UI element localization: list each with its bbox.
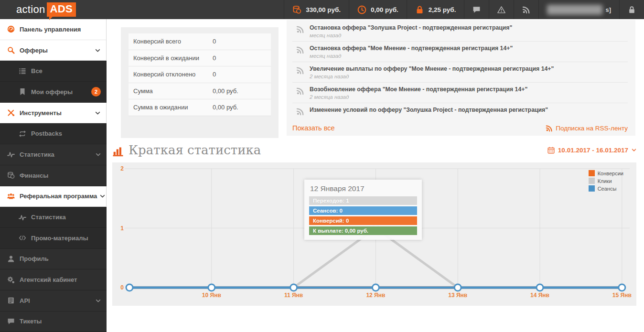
date-range-picker[interactable]: 10.01.2017 - 16.01.2017: [547, 147, 636, 154]
alerts-button[interactable]: [489, 0, 514, 19]
sidebar-item-label: Панель управления: [20, 26, 100, 33]
tooltip-row: Конверсий: 0: [309, 216, 417, 225]
balance-available[interactable]: 330,00 руб.: [284, 0, 349, 19]
sidebar-item[interactable]: Офферы: [0, 40, 107, 61]
legend-item[interactable]: Конверсии: [589, 170, 623, 176]
sidebar-item[interactable]: Агентский кабинет: [0, 269, 107, 290]
legend-swatch: [589, 170, 595, 176]
list-icon: [19, 67, 26, 75]
rss-icon: [296, 25, 304, 33]
sidebar-item-label: Статистика: [20, 151, 93, 158]
show-all-link[interactable]: Показать все: [292, 124, 335, 132]
feed-item-title: Увеличение выплаты по офферу "Мое Мнение…: [310, 65, 554, 72]
legend-swatch: [589, 185, 595, 192]
list-item[interactable]: Изменение условий по офферу "Золушка Pro…: [292, 103, 628, 118]
date-range-value: 10.01.2017 - 16.01.2017: [558, 147, 628, 154]
sidebar-item-label: Postbacks: [31, 130, 101, 137]
balance-hold-value: 2,25 руб.: [429, 6, 456, 13]
logout-button[interactable]: [619, 0, 644, 19]
sidebar-item[interactable]: Панель управления: [0, 19, 107, 40]
sidebar-item[interactable]: Статистика: [0, 207, 107, 228]
news-button[interactable]: [514, 0, 538, 19]
sidebar-item[interactable]: Postbacks: [0, 123, 107, 144]
sidebar-item-label: Все: [31, 67, 101, 75]
rss-subscribe-link[interactable]: Подписка на RSS-ленту: [546, 125, 628, 132]
sidebar-item[interactable]: Промо-материалы: [0, 228, 107, 249]
balance-pending-value: 0,00 руб.: [371, 6, 398, 13]
coins-icon: [292, 5, 301, 14]
repeat-icon: [19, 130, 26, 138]
row-value: 0: [213, 54, 266, 62]
legend-item[interactable]: Клики: [589, 178, 623, 184]
sidebar-item[interactable]: Реферальная программа: [0, 186, 107, 207]
balance-available-value: 330,00 руб.: [306, 6, 341, 13]
row-label: Конверсий всего: [133, 38, 213, 45]
person-icon: [7, 255, 15, 263]
balance-pending[interactable]: 0,00 руб.: [349, 0, 407, 19]
chevron-down-icon: [100, 193, 105, 199]
table-row: Конверсий всего0: [129, 33, 271, 50]
rss-icon: [296, 66, 304, 75]
legend-label: Клики: [598, 178, 612, 184]
table-row: Сумма0,00 руб.: [129, 83, 271, 100]
sidebar-item-label: Агентский кабинет: [20, 276, 101, 283]
lock-icon: [415, 5, 424, 14]
svg-text:0: 0: [120, 284, 124, 291]
section-title: Краткая статистика: [112, 143, 261, 157]
sidebar-item[interactable]: Финансы: [0, 165, 107, 186]
news-feed: Остановка оффера "Золушка Project - подт…: [287, 20, 635, 136]
sidebar-item[interactable]: Мои офферы2: [0, 82, 107, 103]
legend-item[interactable]: Сеансы: [589, 185, 623, 192]
people-icon: [7, 193, 15, 200]
sidebar-item-label: Тикеты: [20, 318, 101, 325]
row-label: Конверсий отклонено: [133, 71, 213, 78]
tooltip-row: Сеансов: 0: [309, 206, 417, 215]
logo-text-ads: ADS: [47, 2, 76, 17]
list-item[interactable]: Возобновление оффера "Мое Мнение - подтв…: [292, 82, 628, 103]
stats-chart: 01210 Янв11 Янв12 Янв13 Янв14 Янв15 Янв …: [112, 162, 636, 306]
sidebar-item[interactable]: Профиль: [0, 249, 107, 270]
sidebar-item[interactable]: Тикеты: [0, 311, 107, 332]
user-menu[interactable]: s]: [538, 0, 619, 19]
svg-text:14 Янв: 14 Янв: [530, 292, 549, 299]
table-row: Сумма в ожидании0,00 руб.: [129, 99, 271, 116]
row-label: Сумма в ожидании: [133, 104, 213, 111]
sidebar-item[interactable]: API: [0, 290, 107, 311]
bar-chart-icon: [112, 145, 124, 157]
top-header: action ADS 330,00 руб. 0,00 руб. 2,25 ру…: [0, 0, 644, 19]
feed-item-title: Остановка оффера "Золушка Project - подт…: [310, 24, 512, 31]
tooltip-row: К выплате: 0,00 руб.: [309, 226, 417, 235]
messages-button[interactable]: [464, 0, 489, 19]
pulse-icon: [19, 214, 26, 221]
sidebar-item-label: Финансы: [20, 172, 101, 179]
calendar-icon: [547, 147, 555, 154]
chevron-down-icon: [96, 298, 101, 303]
warning-icon: [497, 6, 505, 14]
rss-icon: [296, 87, 304, 95]
sidebar-item[interactable]: Статистика: [0, 144, 107, 165]
list-item[interactable]: Увеличение выплаты по офферу "Мое Мнение…: [292, 62, 628, 82]
chevron-down-icon: [632, 148, 636, 152]
gears-icon: [7, 276, 15, 284]
sidebar-item[interactable]: Все: [0, 61, 107, 82]
balance-hold[interactable]: 2,25 руб.: [407, 0, 464, 19]
sidebar-item[interactable]: Инструменты: [0, 103, 107, 124]
list-item[interactable]: Остановка оффера "Мое Мнение - подтвержд…: [292, 41, 628, 62]
legend-label: Сеансы: [598, 186, 617, 192]
sidebar-item-label: Офферы: [20, 47, 92, 54]
svg-text:1: 1: [120, 225, 124, 232]
feed-item-time: месяц назад: [310, 32, 512, 38]
svg-text:11 Янв: 11 Янв: [284, 292, 303, 299]
sidebar-item-label: Статистика: [31, 214, 101, 221]
feed-item-title: Возобновление оффера "Мое Мнение - подтв…: [310, 86, 527, 93]
chevron-down-icon: [95, 110, 100, 116]
svg-text:13 Янв: 13 Янв: [448, 292, 467, 299]
stats-section-header: Краткая статистика 10.01.2017 - 16.01.20…: [112, 139, 636, 161]
list-item[interactable]: Остановка оффера "Золушка Project - подт…: [292, 21, 628, 41]
row-value: 0: [213, 71, 266, 78]
legend-swatch: [589, 178, 595, 184]
logo-text-action: action: [16, 3, 45, 16]
chat-icon: [472, 6, 481, 14]
username-suffix: s]: [605, 6, 611, 13]
logo[interactable]: action ADS: [0, 0, 107, 19]
